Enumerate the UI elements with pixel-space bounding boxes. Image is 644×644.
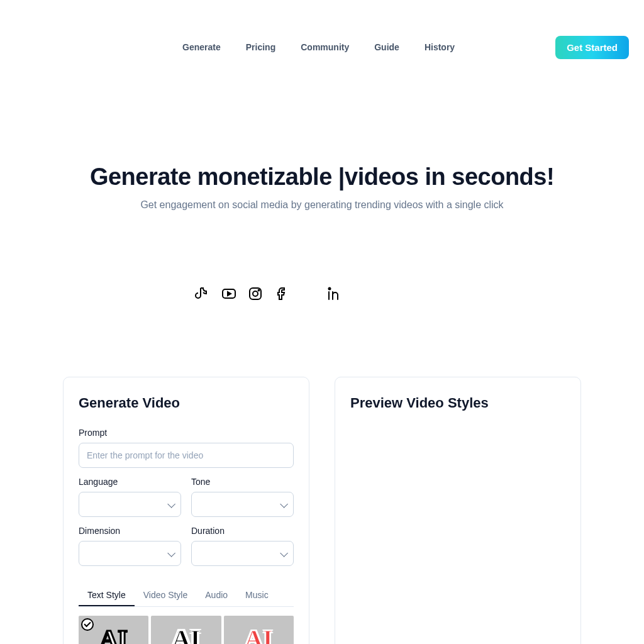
- hero-title-prefix: Generate monetizable |: [90, 164, 345, 190]
- duration-label: Duration: [191, 526, 294, 536]
- text-style-thumb-2[interactable]: AI: [151, 616, 221, 644]
- tab-audio[interactable]: Audio: [196, 585, 236, 606]
- duration-field: Duration: [191, 526, 294, 566]
- get-started-button[interactable]: Get Started: [555, 36, 629, 59]
- style-sample-text: AI: [245, 624, 272, 645]
- style-sample-text: AI: [172, 624, 200, 645]
- social-icons: [0, 286, 644, 301]
- youtube-icon[interactable]: [221, 286, 236, 301]
- hero-title-suffix: videos in seconds!: [345, 164, 554, 190]
- hero-subtitle: Get engagement on social media by genera…: [15, 199, 629, 211]
- tone-field: Tone: [191, 477, 294, 517]
- instagram-icon[interactable]: [248, 286, 263, 301]
- svg-point-2: [253, 291, 258, 296]
- text-style-thumb-1[interactable]: AI: [79, 616, 148, 644]
- tab-text-style[interactable]: Text Style: [79, 585, 135, 606]
- generate-title: Generate Video: [79, 395, 294, 411]
- nav-link-generate[interactable]: Generate: [182, 42, 221, 52]
- prompt-input[interactable]: [79, 443, 294, 468]
- style-tabs: Text Style Video Style Audio Music: [79, 585, 294, 607]
- svg-point-4: [329, 288, 331, 290]
- nav-links: Generate Pricing Community Guide History: [182, 42, 455, 52]
- dimension-field: Dimension: [79, 526, 181, 566]
- linkedin-icon[interactable]: [327, 286, 342, 301]
- generate-video-card: Generate Video Prompt Language Tone Dime…: [63, 377, 309, 644]
- dimension-label: Dimension: [79, 526, 181, 536]
- tab-music[interactable]: Music: [236, 585, 277, 606]
- svg-point-3: [258, 290, 260, 291]
- text-style-thumb-3[interactable]: AI: [224, 616, 294, 644]
- preview-title: Preview Video Styles: [350, 395, 565, 411]
- cards-row: Generate Video Prompt Language Tone Dime…: [0, 377, 644, 644]
- dimension-select[interactable]: [79, 541, 181, 566]
- language-label: Language: [79, 477, 181, 487]
- preview-card: Preview Video Styles: [335, 377, 581, 644]
- hero-title: Generate monetizable |videos in seconds!: [15, 164, 629, 191]
- prompt-label: Prompt: [79, 428, 294, 438]
- prompt-field: Prompt: [79, 428, 294, 468]
- nav-link-history[interactable]: History: [425, 42, 455, 52]
- language-field: Language: [79, 477, 181, 517]
- language-select[interactable]: [79, 492, 181, 517]
- nav-link-community[interactable]: Community: [301, 42, 349, 52]
- selected-check-icon: [81, 618, 94, 631]
- nav-link-guide[interactable]: Guide: [374, 42, 399, 52]
- hero: Generate monetizable |videos in seconds!…: [0, 164, 644, 211]
- top-nav: Generate Pricing Community Guide History…: [0, 0, 644, 82]
- style-sample-text: AI: [99, 624, 127, 645]
- duration-select[interactable]: [191, 541, 294, 566]
- facebook-icon[interactable]: [274, 286, 289, 301]
- text-style-thumbnails: AI AI AI: [79, 616, 294, 644]
- nav-link-pricing[interactable]: Pricing: [246, 42, 275, 52]
- tab-video-style[interactable]: Video Style: [135, 585, 197, 606]
- tone-label: Tone: [191, 477, 294, 487]
- tiktok-icon[interactable]: [195, 286, 210, 301]
- tone-select[interactable]: [191, 492, 294, 517]
